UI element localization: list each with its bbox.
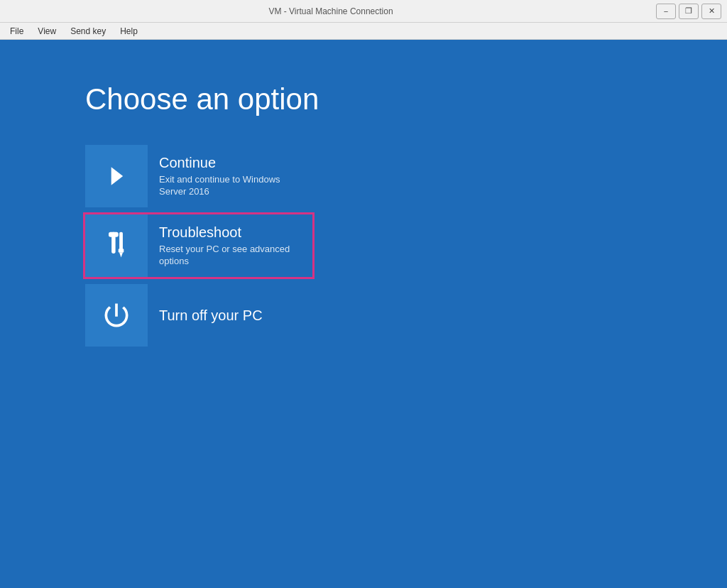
- menu-view[interactable]: View: [31, 25, 63, 38]
- turnoff-title: Turn off your PC: [159, 307, 263, 324]
- svg-marker-4: [119, 253, 123, 258]
- continue-desc: Exit and continue to Windows Server 2016: [159, 174, 301, 198]
- wrench-icon: [101, 230, 132, 261]
- troubleshoot-text: Troubleshoot Reset your PC or see advanc…: [159, 224, 301, 268]
- continue-title: Continue: [159, 155, 301, 171]
- troubleshoot-icon-box: [85, 214, 148, 277]
- troubleshoot-desc: Reset your PC or see advanced options: [159, 244, 301, 268]
- menubar: File View Send key Help: [0, 23, 727, 40]
- option-continue[interactable]: Continue Exit and continue to Windows Se…: [85, 145, 727, 207]
- power-icon: [101, 300, 132, 331]
- troubleshoot-title: Troubleshoot: [159, 224, 301, 241]
- main-content: Choose an option Continue Exit and conti…: [0, 40, 727, 588]
- turnoff-icon-box: [85, 284, 148, 347]
- minimize-button[interactable]: −: [656, 4, 676, 19]
- window-title: VM - Virtual Machine Connection: [6, 6, 656, 16]
- arrow-right-icon: [101, 160, 132, 192]
- options-list: Continue Exit and continue to Windows Se…: [85, 145, 727, 347]
- svg-rect-1: [109, 232, 119, 237]
- menu-sendkey[interactable]: Send key: [63, 25, 113, 38]
- restore-button[interactable]: ❐: [679, 4, 699, 19]
- menu-file[interactable]: File: [3, 25, 31, 38]
- continue-icon-box: [85, 145, 148, 207]
- menu-help[interactable]: Help: [113, 25, 145, 38]
- option-turnoff[interactable]: Turn off your PC: [85, 284, 727, 347]
- turnoff-text: Turn off your PC: [159, 307, 263, 324]
- titlebar: VM - Virtual Machine Connection − ❐ ✕: [0, 0, 727, 23]
- close-button[interactable]: ✕: [701, 4, 721, 19]
- continue-text: Continue Exit and continue to Windows Se…: [159, 155, 301, 198]
- window-controls: − ❐ ✕: [656, 4, 721, 19]
- svg-rect-3: [119, 249, 124, 253]
- option-troubleshoot[interactable]: Troubleshoot Reset your PC or see advanc…: [85, 214, 312, 277]
- page-title: Choose an option: [85, 82, 727, 116]
